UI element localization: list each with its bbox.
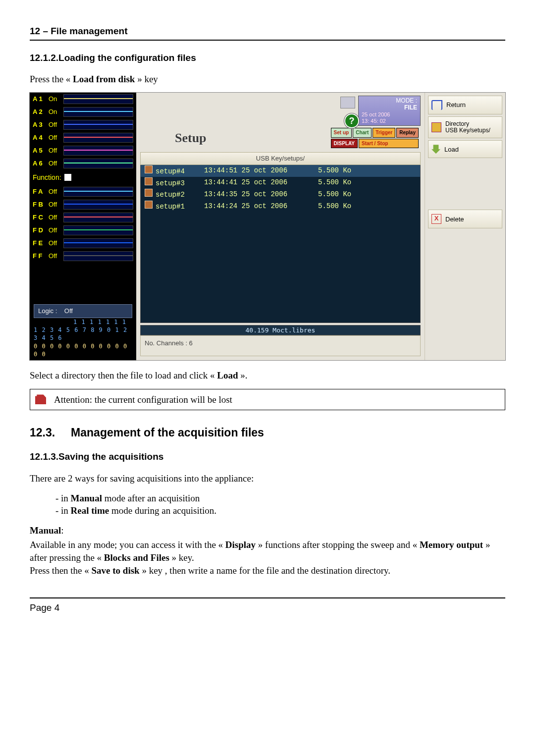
function-channel-row[interactable]: F BOff <box>30 198 136 211</box>
file-list-area: USB Key/setups/ setup#413:44:51 25 oct 2… <box>140 152 421 323</box>
load-button[interactable]: Load <box>428 140 502 158</box>
file-list-header: USB Key/setups/ <box>140 152 421 165</box>
file-name: setup#2 <box>156 191 185 199</box>
select-dir-text: Select a directory then the file to load… <box>30 369 505 382</box>
channel-name: A 3 <box>33 120 46 129</box>
logic-header[interactable]: Logic : Off <box>34 304 132 318</box>
footer-divider <box>30 597 505 598</box>
file-name: setup#3 <box>156 179 185 187</box>
button-label: Load <box>444 145 459 154</box>
section-number: 12.3. <box>30 426 55 439</box>
attention-box: Attention: the current configuration wil… <box>30 389 505 411</box>
button-label: Delete <box>445 215 464 224</box>
channel-row[interactable]: A 6Off <box>30 157 136 170</box>
logic-state: Off <box>64 307 73 315</box>
button-label: Return <box>446 101 466 109</box>
app-screenshot: A 1On A 2On A 3Off A 4Off A 5Off A 6Off … <box>30 93 505 360</box>
return-button[interactable]: Return <box>428 96 502 114</box>
channel-count: No. Channels : 6 <box>140 335 421 356</box>
text: » key , then write a name for the file a… <box>140 565 390 576</box>
press-load-text: Press the « Load from disk » key <box>30 73 505 86</box>
file-name: setup#1 <box>156 203 185 211</box>
top-bar: MODE :FILE 25 oct 2006 13: 45: 02 <box>136 93 425 127</box>
channel-state: Off <box>49 120 60 129</box>
file-row[interactable]: setup#413:44:51 25 oct 20065.500 Ko <box>141 165 420 177</box>
delete-button[interactable]: XDelete <box>428 210 502 228</box>
channel-state: Off <box>49 187 60 196</box>
load-icon <box>431 145 440 154</box>
channel-row[interactable]: A 2On <box>30 106 136 118</box>
file-timestamp: 13:44:35 25 oct 2006 <box>204 190 318 199</box>
channel-row[interactable]: A 4Off <box>30 131 136 144</box>
tab-replay[interactable]: Replay <box>396 128 419 138</box>
subheading-saving: 12.1.3.Saving the acquisitions <box>30 450 505 463</box>
function-channel-row[interactable]: F DOff <box>30 224 136 237</box>
waveform-preview <box>63 225 133 235</box>
file-row[interactable]: setup#213:44:35 25 oct 20065.500 Ko <box>141 188 420 200</box>
tab-startstop[interactable]: Start / Stop <box>359 139 419 149</box>
file-row[interactable]: setup#113:44:24 25 oct 20065.500 Ko <box>141 200 420 212</box>
channel-name: A 5 <box>33 146 46 155</box>
text-bold: Manual <box>30 525 61 536</box>
function-label: Function: <box>33 173 61 182</box>
channel-row[interactable]: A 5Off <box>30 144 136 157</box>
delete-icon: X <box>431 214 441 224</box>
function-channel-row[interactable]: F EOff <box>30 237 136 250</box>
channel-state: On <box>49 95 60 104</box>
mode-time: 13: 45: 02 <box>362 118 417 124</box>
function-checkbox[interactable] <box>64 174 71 181</box>
channel-state: Off <box>49 159 60 168</box>
file-timestamp: 13:44:41 25 oct 2006 <box>204 178 318 187</box>
button-sublabel: USB Key/setups/ <box>445 127 490 134</box>
help-icon[interactable]: ? <box>344 113 359 128</box>
text: ». <box>238 370 248 380</box>
channel-name: A 4 <box>33 133 46 142</box>
tab-trigger[interactable]: Trigger <box>373 128 395 138</box>
file-size: 5.500 Ko <box>318 166 377 175</box>
channel-name: F D <box>33 226 46 235</box>
waveform-preview <box>63 120 133 130</box>
manual-paragraph: Available in any mode; you can access it… <box>30 539 505 577</box>
directory-button[interactable]: DirectoryUSB Key/setups/ <box>428 116 502 138</box>
text: mode during an acquisition. <box>109 505 216 516</box>
tab-display[interactable]: DISPLAY <box>331 139 358 149</box>
text: » key <box>135 74 158 84</box>
text: Available in any mode; you can access it… <box>30 540 225 550</box>
text-bold: Load <box>217 370 238 380</box>
file-size: 5.500 Ko <box>318 178 377 187</box>
text: in <box>61 493 71 503</box>
waveform-preview <box>63 159 133 168</box>
waveform-preview <box>63 251 133 261</box>
file-size: 5.500 Ko <box>318 202 377 211</box>
tab-setup[interactable]: Set up <box>331 128 352 138</box>
waveform-preview <box>63 200 133 210</box>
channel-name: A 1 <box>33 95 46 104</box>
text: » key. <box>169 552 194 563</box>
page-footer: Page 4 <box>30 601 505 614</box>
function-channel-row[interactable]: F COff <box>30 211 136 224</box>
file-timestamp: 13:44:24 25 oct 2006 <box>204 202 318 211</box>
function-channel-row[interactable]: F FOff <box>30 250 136 263</box>
text: in <box>61 505 71 516</box>
channel-state: On <box>49 108 60 116</box>
text-bold: Manual <box>71 493 102 503</box>
attention-icon <box>35 394 46 404</box>
file-row[interactable]: setup#313:44:41 25 oct 20065.500 Ko <box>141 177 420 189</box>
channel-state: Off <box>49 213 60 222</box>
channel-name: A 2 <box>33 108 46 116</box>
channel-row[interactable]: A 3Off <box>30 118 136 131</box>
section-title: Management of the acquisition files <box>71 426 264 439</box>
file-name: setup#4 <box>156 167 185 175</box>
function-channel-row[interactable]: F AOff <box>30 185 136 198</box>
printer-icon[interactable] <box>340 97 355 108</box>
channel-row[interactable]: A 1On <box>30 93 136 106</box>
file-list-body[interactable]: setup#413:44:51 25 oct 20065.500 Ko setu… <box>140 165 421 323</box>
setup-title: Setup <box>175 129 207 147</box>
channel-state: Off <box>49 252 60 261</box>
tab-chart[interactable]: Chart <box>353 128 372 138</box>
file-icon <box>145 201 153 209</box>
list-item: in Real time mode during an acquisition. <box>55 504 505 517</box>
text: Press the « <box>30 74 73 84</box>
mode-value: FILE <box>404 104 417 111</box>
channel-state: Off <box>49 200 60 209</box>
